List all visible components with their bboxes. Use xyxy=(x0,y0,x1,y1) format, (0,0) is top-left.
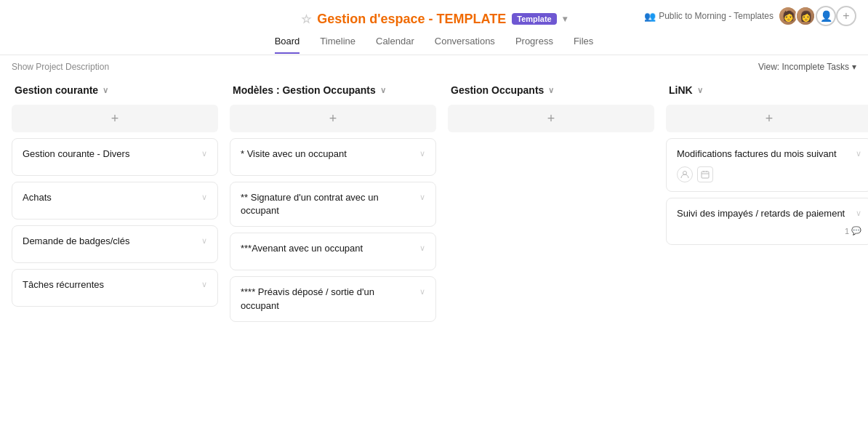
task-chevron: ∨ xyxy=(201,236,207,246)
task-card[interactable]: Tâches récurrentes ∨ xyxy=(12,269,218,307)
tab-calendar[interactable]: Calendar xyxy=(376,36,414,54)
task-card[interactable]: Gestion courante - Divers ∨ xyxy=(12,138,218,176)
task-card[interactable]: Achats ∨ xyxy=(12,182,218,219)
column-modeles-gestion-occupants: Modèles : Gestion Occupants ∨ + * Visite… xyxy=(224,78,442,328)
add-task-button-4[interactable]: + xyxy=(666,105,868,132)
public-label: 👥 Public to Morning - Templates xyxy=(644,11,773,22)
view-filter-chevron: ▾ xyxy=(852,62,856,72)
board: Gestion courante ∨ + Gestion courante - … xyxy=(0,78,868,431)
task-title: Modifications factures du mois suivant xyxy=(677,148,850,161)
task-title: ** Signature d'un contrat avec un occupa… xyxy=(241,191,414,217)
nav-tabs: Board Timeline Calendar Conversations Pr… xyxy=(0,31,868,55)
task-card-body: Demande de badges/clés xyxy=(23,235,196,248)
svg-rect-1 xyxy=(702,172,709,178)
task-title: Gestion courante - Divers xyxy=(23,148,196,161)
task-chevron: ∨ xyxy=(419,243,425,253)
view-filter[interactable]: View: Incomplete Tasks ▾ xyxy=(758,62,856,72)
avatar-placeholder[interactable]: 👤 xyxy=(816,6,836,26)
column-chevron-2[interactable]: ∨ xyxy=(380,86,386,95)
task-chevron: ∨ xyxy=(201,149,207,158)
task-chevron: ∨ xyxy=(201,280,207,289)
column-title-text-4: LiNK xyxy=(669,84,693,96)
task-chevron: ∨ xyxy=(856,149,861,158)
add-task-button-3[interactable]: + xyxy=(448,105,654,132)
column-header-3: Gestion Occupants ∨ xyxy=(448,78,654,102)
add-task-button-2[interactable]: + xyxy=(230,105,436,132)
column-header-1: Gestion courante ∨ xyxy=(12,78,218,102)
tab-timeline[interactable]: Timeline xyxy=(320,36,355,54)
star-icon[interactable]: ☆ xyxy=(301,12,311,26)
task-title: Demande de badges/clés xyxy=(23,235,196,248)
task-card-body: Achats xyxy=(23,191,196,204)
task-card[interactable]: ***Avenant avec un occupant ∨ xyxy=(230,233,436,270)
task-title: **** Préavis déposé / sortie d'un occupa… xyxy=(241,286,414,312)
assignee-icon xyxy=(677,166,693,182)
show-project-description[interactable]: Show Project Description xyxy=(12,62,109,72)
task-title: ***Avenant avec un occupant xyxy=(241,242,414,255)
comment-icon: 💬 xyxy=(851,226,861,235)
avatar-group: 🧑 👩 👤 + xyxy=(778,6,856,26)
public-icon: 👥 xyxy=(644,11,656,22)
column-title-text-2: Modèles : Gestion Occupants xyxy=(233,84,376,96)
task-card-body: **** Préavis déposé / sortie d'un occupa… xyxy=(241,286,414,312)
project-title: ☆ Gestion d'espace - TEMPLATE Template ▾ xyxy=(301,12,566,27)
template-badge: Template xyxy=(512,13,556,25)
column-title-4: LiNK ∨ xyxy=(669,84,703,96)
task-card-body: ** Signature d'un contrat avec un occupa… xyxy=(241,191,414,217)
task-chevron: ∨ xyxy=(419,149,425,158)
task-card-body: Gestion courante - Divers xyxy=(23,148,196,161)
person-icon: 👤 xyxy=(820,10,832,22)
task-title: Suivi des impayés / retards de paiement xyxy=(677,207,850,220)
task-title: Tâches récurrentes xyxy=(23,278,196,291)
project-dropdown-icon[interactable]: ▾ xyxy=(563,14,567,24)
column-chevron-3[interactable]: ∨ xyxy=(548,86,554,95)
avatar-face-2: 👩 xyxy=(797,7,814,25)
calendar-icon xyxy=(697,166,713,182)
task-card[interactable]: * Visite avec un occupant ∨ xyxy=(230,138,436,176)
column-chevron-1[interactable]: ∨ xyxy=(103,86,108,95)
view-filter-label: View: Incomplete Tasks xyxy=(758,62,849,72)
avatar-2[interactable]: 👩 xyxy=(795,6,816,26)
task-chevron: ∨ xyxy=(201,193,207,202)
task-chevron: ∨ xyxy=(419,287,425,297)
comment-count: 1 💬 xyxy=(677,226,861,235)
project-title-text: Gestion d'espace - TEMPLATE xyxy=(317,12,506,27)
task-card[interactable]: ** Signature d'un contrat avec un occupa… xyxy=(230,182,436,227)
column-gestion-courante: Gestion courante ∨ + Gestion courante - … xyxy=(6,78,224,313)
avatar-face-1: 🧑 xyxy=(779,7,797,25)
task-card[interactable]: **** Préavis déposé / sortie d'un occupa… xyxy=(230,276,436,321)
top-header: ☆ Gestion d'espace - TEMPLATE Template ▾… xyxy=(0,0,868,31)
column-title-3: Gestion Occupants ∨ xyxy=(451,84,554,96)
column-header-2: Modèles : Gestion Occupants ∨ xyxy=(230,78,436,102)
tab-files[interactable]: Files xyxy=(574,36,593,54)
column-chevron-4[interactable]: ∨ xyxy=(697,86,703,95)
header-right: 👥 Public to Morning - Templates 🧑 👩 👤 + xyxy=(644,6,856,26)
column-title-text-3: Gestion Occupants xyxy=(451,84,544,96)
task-card-body: * Visite avec un occupant xyxy=(241,148,414,161)
task-card[interactable]: Suivi des impayés / retards de paiement … xyxy=(666,198,868,245)
tab-progress[interactable]: Progress xyxy=(515,36,553,54)
task-card[interactable]: Demande de badges/clés ∨ xyxy=(12,225,218,263)
sub-header: Show Project Description View: Incomplet… xyxy=(0,55,868,78)
tab-conversations[interactable]: Conversations xyxy=(435,36,495,54)
task-card-body: ***Avenant avec un occupant xyxy=(241,242,414,255)
comment-number: 1 xyxy=(845,227,849,235)
column-title-text-1: Gestion courante xyxy=(15,84,98,96)
column-title-1: Gestion courante ∨ xyxy=(15,84,108,96)
add-member-button[interactable]: + xyxy=(836,6,856,26)
task-card[interactable]: Modifications factures du mois suivant ∨ xyxy=(666,138,868,192)
task-icons xyxy=(677,166,861,182)
column-gestion-occupants: Gestion Occupants ∨ + xyxy=(442,78,660,138)
column-link: LiNK ∨ + Modifications factures du mois … xyxy=(660,78,868,251)
task-chevron: ∨ xyxy=(856,209,861,218)
task-card-body: Tâches récurrentes xyxy=(23,278,196,291)
tab-board[interactable]: Board xyxy=(275,36,300,54)
add-task-button-1[interactable]: + xyxy=(12,105,218,132)
task-title: Achats xyxy=(23,191,196,204)
column-header-4: LiNK ∨ xyxy=(666,78,868,102)
task-chevron: ∨ xyxy=(419,193,425,202)
task-title: * Visite avec un occupant xyxy=(241,148,414,161)
column-title-2: Modèles : Gestion Occupants ∨ xyxy=(233,84,386,96)
